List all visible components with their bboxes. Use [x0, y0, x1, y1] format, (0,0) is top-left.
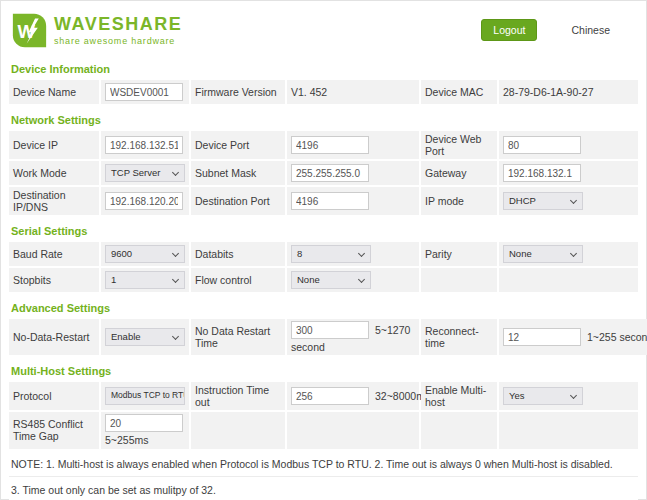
- work-mode-label: Work Mode: [9, 161, 99, 185]
- web-port-cell: [499, 131, 638, 159]
- reconnect-time-range: 1~255 second: [587, 331, 647, 343]
- device-web-port-input[interactable]: [503, 136, 581, 154]
- logo-text: WAVESHARE share awesome hardware: [54, 15, 182, 46]
- enable-multihost-select[interactable]: Yes: [503, 387, 583, 405]
- no-data-restart-time-range: 5~1270: [375, 324, 410, 336]
- table-row: Device Name Firmware Version V1. 452 Dev…: [9, 80, 638, 104]
- no-data-restart-time-label: No Data Restart Time: [191, 319, 285, 355]
- databits-cell: 8: [287, 242, 419, 266]
- web-port-label: Device Web Port: [421, 131, 497, 159]
- no-data-restart-time-unit: second: [291, 339, 415, 353]
- destination-port-input[interactable]: [291, 192, 369, 210]
- protocol-select[interactable]: Modbus TCP to RTU: [105, 387, 185, 405]
- instruction-timeout-label: Instruction Time out: [191, 382, 285, 410]
- reconnect-time-input[interactable]: [503, 328, 581, 346]
- baud-rate-select[interactable]: 9600: [105, 245, 185, 263]
- flow-control-value: None: [297, 275, 320, 286]
- stopbits-cell: 1: [101, 268, 189, 292]
- device-port-cell: [287, 131, 419, 159]
- databits-value: 8: [297, 249, 302, 260]
- chevron-down-icon: [172, 169, 179, 176]
- enable-multihost-value: Yes: [509, 391, 525, 402]
- table-row: Device IP Device Port Device Web Port: [9, 131, 638, 159]
- device-ip-input[interactable]: [105, 136, 183, 154]
- device-port-input[interactable]: [291, 136, 369, 154]
- waveshare-config-page: W WAVESHARE share awesome hardware Logou…: [0, 0, 647, 500]
- protocol-cell: Modbus TCP to RTU: [101, 382, 189, 410]
- empty-cell: [191, 412, 285, 448]
- table-row: RS485 Conflict Time Gap 5~255ms: [9, 412, 638, 448]
- rs485-conflict-gap-cell: 5~255ms: [101, 412, 189, 448]
- baud-rate-label: Baud Rate: [9, 242, 99, 266]
- no-data-restart-value: Enable: [111, 332, 141, 343]
- logout-button[interactable]: Logout: [481, 19, 537, 41]
- destination-port-label: Destination Port: [191, 187, 285, 215]
- table-row: Baud Rate 9600 Databits 8 Parity None: [9, 242, 638, 266]
- flow-control-label: Flow control: [191, 268, 285, 292]
- chevron-down-icon: [570, 392, 577, 399]
- rs485-conflict-gap-input[interactable]: [105, 414, 183, 432]
- device-name-input[interactable]: [105, 83, 183, 101]
- table-row: No-Data-Restart Enable No Data Restart T…: [9, 319, 638, 355]
- section-title-advanced-settings: Advanced Settings: [9, 294, 638, 319]
- databits-select[interactable]: 8: [291, 245, 371, 263]
- device-name-label: Device Name: [9, 80, 99, 104]
- device-ip-label: Device IP: [9, 131, 99, 159]
- reconnect-time-label: Reconnect-time: [421, 319, 497, 355]
- ip-mode-label: IP mode: [421, 187, 497, 215]
- no-data-restart-select[interactable]: Enable: [105, 328, 185, 346]
- baud-rate-cell: 9600: [101, 242, 189, 266]
- protocol-value: Modbus TCP to RTU: [111, 391, 185, 401]
- empty-cell: [421, 412, 497, 448]
- settings-form: Device Information Device Name Firmware …: [9, 55, 638, 500]
- chevron-down-icon: [172, 276, 179, 283]
- empty-cell: [499, 268, 638, 292]
- gateway-input[interactable]: [503, 164, 581, 182]
- chevron-down-icon: [570, 197, 577, 204]
- work-mode-select[interactable]: TCP Server: [105, 164, 185, 182]
- parity-cell: None: [499, 242, 638, 266]
- no-data-restart-time-cell: 5~1270 second: [287, 319, 419, 355]
- parity-value: None: [509, 249, 532, 260]
- rs485-conflict-gap-label: RS485 Conflict Time Gap: [9, 412, 99, 448]
- instruction-timeout-input[interactable]: [291, 387, 369, 405]
- device-name-cell: [101, 80, 189, 104]
- destination-ip-input[interactable]: [105, 192, 183, 210]
- page-header: W WAVESHARE share awesome hardware Logou…: [1, 1, 646, 55]
- ip-mode-select[interactable]: DHCP: [503, 192, 583, 210]
- enable-multihost-cell: Yes: [499, 382, 638, 410]
- no-data-restart-cell: Enable: [101, 319, 189, 355]
- section-title-network-settings: Network Settings: [9, 106, 638, 131]
- device-ip-cell: [101, 131, 189, 159]
- destination-port-cell: [287, 187, 419, 215]
- multihost-note-2: 3. Time out only can be set as mulitpy o…: [9, 477, 638, 500]
- chevron-down-icon: [358, 276, 365, 283]
- table-row: Work Mode TCP Server Subnet Mask Gateway: [9, 161, 638, 185]
- subnet-mask-input[interactable]: [291, 164, 369, 182]
- no-data-restart-time-input[interactable]: [291, 321, 369, 339]
- device-port-label: Device Port: [191, 131, 285, 159]
- language-link[interactable]: Chinese: [571, 24, 610, 36]
- ip-mode-cell: DHCP: [499, 187, 638, 215]
- flow-control-select[interactable]: None: [291, 271, 371, 289]
- empty-cell: [287, 412, 419, 448]
- destination-ip-cell: [101, 187, 189, 215]
- subnet-mask-label: Subnet Mask: [191, 161, 285, 185]
- protocol-label: Protocol: [9, 382, 99, 410]
- subnet-mask-cell: [287, 161, 419, 185]
- empty-cell: [499, 412, 638, 448]
- databits-label: Databits: [191, 242, 285, 266]
- empty-cell: [421, 268, 497, 292]
- parity-select[interactable]: None: [503, 245, 583, 263]
- section-title-device-information: Device Information: [9, 55, 638, 80]
- no-data-restart-label: No-Data-Restart: [9, 319, 99, 355]
- firmware-version-value: V1. 452: [287, 80, 419, 104]
- reconnect-time-cell: 1~255 second: [499, 319, 647, 355]
- baud-rate-value: 9600: [111, 249, 132, 260]
- brand-tagline: share awesome hardware: [54, 36, 182, 46]
- section-title-multi-host-settings: Multi-Host Settings: [9, 357, 638, 382]
- section-title-serial-settings: Serial Settings: [9, 217, 638, 242]
- stopbits-value: 1: [111, 275, 116, 286]
- destination-ip-label: Destination IP/DNS: [9, 187, 99, 215]
- stopbits-select[interactable]: 1: [105, 271, 185, 289]
